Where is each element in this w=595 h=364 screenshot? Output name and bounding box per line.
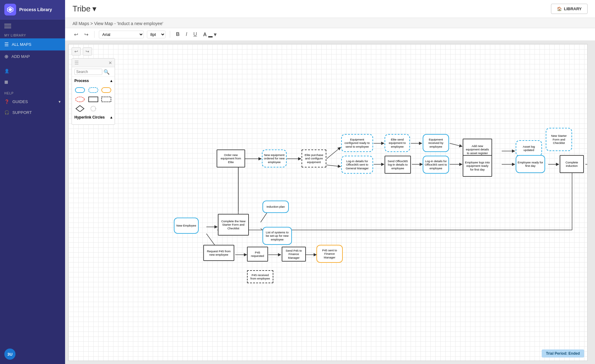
guides-label: GUIDES (12, 99, 28, 104)
shape-search-input[interactable] (74, 69, 102, 75)
trial-banner: Trial Period: Ended (542, 349, 584, 358)
dashboard-icon: ▦ (4, 80, 8, 84)
diagram-toolbar: ↩ ↪ (72, 47, 92, 55)
font-size-select[interactable]: 8pt 10pt 12pt (147, 31, 165, 38)
font-color-chevron: ▾ (214, 32, 216, 37)
sidebar-logo (4, 4, 16, 15)
hyperlink-circles-label: Hyperlink Circles (74, 115, 105, 119)
sidebar-app-name: Process Library (19, 7, 52, 12)
process-chevron-icon: ▴ (110, 79, 112, 83)
hyperlink-circles-section-header[interactable]: Hyperlink Circles ▴ (72, 113, 115, 121)
node-login-details-gm[interactable]: Log-in details for Office365 sent to Gen… (341, 156, 373, 174)
shape-oval-red-dashed[interactable] (74, 95, 86, 103)
toolbar-separator-2 (170, 31, 170, 38)
hyperlink-chevron-icon: ▴ (110, 115, 112, 119)
bold-button[interactable]: B (174, 31, 181, 38)
node-p45-sent[interactable]: P45 sent to Finance Manager (316, 245, 343, 263)
node-equipment-configured[interactable]: Equipment configured ready to send to em… (341, 134, 373, 152)
sidebar-item-add-map[interactable]: ⊕ ADD MAP (0, 50, 65, 63)
add-icon: ⊕ (4, 54, 8, 59)
user-icon: 👤 (4, 69, 9, 73)
shape-panel-header: ☰ ✕ (72, 58, 115, 67)
svg-marker-8 (76, 106, 84, 112)
font-family-select[interactable]: Arial Helvetica Times New Roman (99, 31, 144, 38)
sidebar: Process Library MY LIBRARY ☰ ALL MAPS ⊕ … (0, 0, 65, 364)
node-send-p45[interactable]: Send P45 to Finance Manager (282, 247, 306, 262)
node-induction-plan[interactable]: Induction plan (262, 201, 289, 213)
svg-point-5 (76, 97, 84, 102)
node-new-equipment-ordered[interactable]: New equipment ordered for new employee (262, 150, 287, 167)
node-elite-send-equipment[interactable]: Elite send equipment to employee (385, 134, 410, 152)
home-icon: 🏠 (557, 6, 562, 11)
svg-point-9 (91, 106, 96, 111)
shape-diamond[interactable] (74, 105, 86, 112)
process-section-header[interactable]: Process ▴ (72, 77, 115, 85)
guides-icon: ❓ (4, 99, 9, 104)
sidebar-header: Process Library (0, 0, 65, 20)
help-label: HELP (0, 87, 65, 96)
shape-dashed-rect[interactable] (101, 95, 112, 103)
sidebar-item-guides[interactable]: ❓ GUIDES ▾ (0, 96, 65, 107)
node-p45-received[interactable]: P45 received from employee (247, 270, 273, 283)
node-employee-logs-in[interactable]: Employee logs into equipment ready for f… (463, 155, 492, 177)
node-p45-requested[interactable]: P45 requested (247, 247, 268, 262)
svg-rect-3 (89, 88, 98, 93)
toolbar-separator-1 (94, 31, 95, 38)
shape-dotted-diamond[interactable] (88, 105, 99, 112)
shape-search: 🔍 (72, 67, 115, 77)
diagram-redo-button[interactable]: ↪ (83, 47, 92, 55)
node-asset-log-updated[interactable]: Asset log updated (516, 140, 542, 156)
support-label: SUPPORT (12, 110, 32, 115)
process-shapes-grid (72, 85, 115, 113)
node-employee-ready[interactable]: Employee ready for first day (516, 155, 545, 173)
node-login-details-emp[interactable]: Log-in details for Office365 sent to emp… (423, 156, 449, 174)
add-map-label: ADD MAP (11, 54, 30, 59)
node-order-new-equipment[interactable]: Order new equipment from Elite (217, 150, 245, 167)
undo-button[interactable]: ↩ (73, 31, 80, 38)
library-button[interactable]: 🏠 LIBRARY (551, 4, 588, 14)
library-btn-label: LIBRARY (564, 6, 582, 11)
node-equipment-received[interactable]: Equipment received by employee (423, 134, 449, 152)
font-color-button[interactable]: A ▾ (202, 31, 218, 38)
diagram-undo-button[interactable]: ↩ (72, 47, 81, 55)
diagram-panel[interactable]: ↩ ↪ ☰ ✕ 🔍 Process ▴ (68, 44, 588, 361)
node-new-employee[interactable]: New Employee (174, 218, 199, 234)
search-icon[interactable]: 🔍 (104, 69, 110, 75)
svg-marker-1 (9, 8, 12, 11)
node-send-office365-details[interactable]: Send Office365 log-in details to employe… (385, 156, 411, 174)
shape-orange-rounded[interactable] (101, 86, 112, 93)
sidebar-item-all-maps[interactable]: ☰ ALL MAPS (0, 38, 65, 50)
redo-button[interactable]: ↪ (83, 31, 90, 38)
sidebar-bottom: 3U (0, 344, 65, 364)
font-color-label: A (203, 32, 207, 37)
sidebar-item-user[interactable]: 👤 (0, 66, 65, 76)
svg-rect-4 (102, 88, 111, 93)
avatar[interactable]: 3U (4, 349, 15, 360)
shape-dashed-rounded-blue[interactable] (88, 86, 99, 93)
all-maps-label: ALL MAPS (12, 42, 31, 47)
italic-button[interactable]: I (184, 31, 189, 38)
svg-rect-7 (102, 97, 111, 102)
title-text: Tribe (73, 4, 90, 14)
sidebar-item-support[interactable]: 🎧 SUPPORT (0, 107, 65, 118)
svg-rect-6 (89, 97, 98, 102)
sidebar-item-dashboard[interactable]: ▦ (0, 76, 65, 87)
shape-plain-rect[interactable] (88, 95, 99, 103)
support-icon: 🎧 (4, 110, 9, 115)
node-list-of-systems[interactable]: List of systems to be set-up for new emp… (262, 227, 292, 245)
node-request-p45[interactable]: Request P45 from new employee (203, 245, 234, 261)
list-icon: ☰ (4, 41, 9, 47)
canvas-container: ↩ ↪ ☰ ✕ 🔍 Process ▴ (65, 41, 595, 364)
node-complete-new-starter[interactable]: Complete the New Starter Form and Checkl… (218, 214, 249, 236)
node-complete-induction[interactable]: Complete induction (560, 155, 584, 173)
shape-panel-close-button[interactable]: ✕ (108, 60, 112, 65)
node-new-starter-form[interactable]: New Starter Form and Checklist (546, 128, 572, 151)
node-elite-purchase-configure[interactable]: Elite purchase and configure equipment (302, 150, 326, 167)
underline-button[interactable]: U (192, 31, 199, 38)
editor-toolbar: ↩ ↪ Arial Helvetica Times New Roman 8pt … (65, 28, 595, 41)
shape-rounded-blue[interactable] (74, 86, 86, 93)
dropdown-chevron-icon[interactable]: ▾ (92, 4, 96, 14)
diagram-canvas (68, 44, 587, 361)
sidebar-menu-icon[interactable] (0, 20, 65, 29)
chevron-down-icon: ▾ (59, 99, 61, 104)
